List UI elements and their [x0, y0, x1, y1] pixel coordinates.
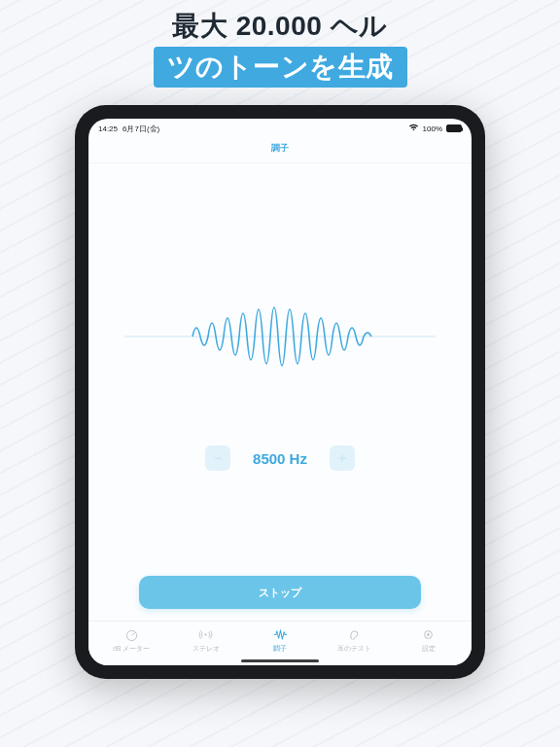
battery-icon: [446, 124, 462, 132]
tab-label: dB メーター: [113, 645, 150, 654]
promo-headline: 最大 20.000 ヘル ツのトーンを生成: [0, 0, 560, 88]
page-title: 調子: [88, 138, 472, 163]
wave-icon: [273, 628, 288, 643]
waveform-visualizer: [124, 278, 436, 395]
frequency-value[interactable]: 8500 Hz: [244, 450, 316, 467]
tablet-frame: 14:25 6月7日(金) 100% 調子: [75, 105, 485, 679]
tab-settings[interactable]: 設定: [392, 628, 466, 654]
stereo-icon: [198, 628, 213, 643]
svg-line-2: [131, 632, 134, 635]
tab-label: 調子: [273, 645, 287, 654]
minus-icon: −: [214, 450, 222, 466]
tab-label: 設定: [422, 645, 436, 654]
tab-db-meter[interactable]: dB メーター: [94, 628, 168, 654]
stop-button-label: ストップ: [259, 586, 301, 600]
headline-line-1: 最大 20.000 ヘル: [0, 8, 560, 45]
tab-label: ステレオ: [192, 645, 220, 654]
settings-icon: [421, 628, 436, 643]
stop-button[interactable]: ストップ: [139, 576, 421, 609]
db-meter-icon: [124, 628, 139, 643]
freq-decrease-button[interactable]: −: [205, 445, 230, 471]
frequency-control: − 8500 Hz +: [205, 445, 355, 471]
status-time: 14:25: [98, 124, 118, 133]
svg-point-1: [126, 630, 136, 640]
tab-ear-test[interactable]: 耳のテスト: [317, 628, 391, 654]
svg-point-3: [204, 633, 206, 635]
tab-stereo[interactable]: ステレオ: [168, 628, 242, 654]
battery-percent: 100%: [423, 124, 442, 133]
home-indicator: [241, 659, 319, 662]
status-bar: 14:25 6月7日(金) 100%: [88, 119, 472, 138]
tablet-screen: 14:25 6月7日(金) 100% 調子: [88, 119, 472, 665]
tab-tone[interactable]: 調子: [243, 628, 317, 654]
plus-icon: +: [338, 450, 346, 466]
headline-line-2: ツのトーンを生成: [154, 47, 407, 88]
svg-marker-5: [427, 632, 431, 635]
tab-label: 耳のテスト: [337, 645, 371, 654]
wifi-icon: [408, 124, 419, 133]
ear-icon: [347, 628, 362, 643]
freq-increase-button[interactable]: +: [330, 445, 355, 471]
status-date: 6月7日(金): [122, 124, 159, 134]
